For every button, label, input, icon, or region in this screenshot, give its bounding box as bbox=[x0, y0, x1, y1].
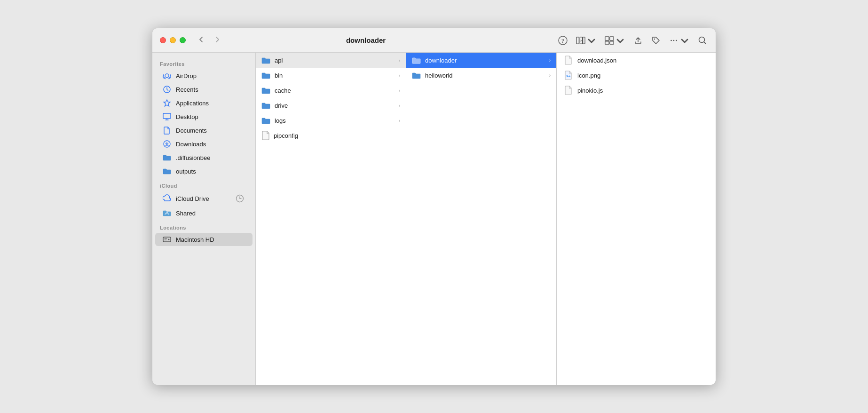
close-button[interactable] bbox=[160, 37, 166, 43]
sidebar-item-desktop[interactable]: Desktop bbox=[155, 110, 253, 123]
icloud-drive-badge bbox=[235, 193, 245, 204]
chevron-cache: › bbox=[399, 88, 400, 93]
grid-view-button[interactable] bbox=[604, 35, 626, 46]
svg-text:?: ? bbox=[561, 38, 564, 44]
col-item-drive-name: drive bbox=[275, 102, 395, 109]
col-item-pipconfig-name: pipconfig bbox=[274, 132, 400, 139]
svg-rect-7 bbox=[605, 41, 609, 44]
desktop-icon bbox=[163, 112, 171, 121]
col-item-api[interactable]: api › bbox=[256, 53, 406, 68]
svg-point-12 bbox=[676, 40, 677, 41]
svg-rect-2 bbox=[576, 37, 579, 44]
view-toggle-button[interactable] bbox=[575, 35, 597, 46]
file-icon-download-json bbox=[564, 56, 573, 65]
recents-icon bbox=[163, 85, 171, 94]
sidebar-item-outputs-label: outputs bbox=[176, 168, 196, 175]
sidebar-item-outputs[interactable]: outputs bbox=[155, 165, 253, 178]
sidebar-item-downloads[interactable]: Downloads bbox=[155, 137, 253, 151]
column-2: downloader › helloworld › bbox=[406, 53, 557, 385]
chevron-logs: › bbox=[399, 118, 400, 123]
column-view: api › bin › cache › bbox=[256, 53, 716, 385]
icloud-drive-icon bbox=[163, 194, 171, 203]
share-button[interactable] bbox=[632, 35, 644, 46]
col-item-logs-name: logs bbox=[275, 117, 395, 124]
locations-label: Locations bbox=[152, 220, 255, 232]
sidebar-item-recents[interactable]: Recents bbox=[155, 83, 253, 96]
col-item-pinokio-js[interactable]: pinokio.js bbox=[557, 83, 716, 98]
folder-icon-cache bbox=[261, 86, 271, 95]
col-item-downloader-name: downloader bbox=[425, 57, 545, 64]
help-button[interactable]: ? bbox=[557, 35, 568, 46]
col-item-helloworld[interactable]: helloworld › bbox=[406, 68, 556, 83]
chevron-api: › bbox=[399, 58, 400, 63]
shared-icon bbox=[163, 209, 171, 217]
col-item-drive[interactable]: drive › bbox=[256, 98, 406, 113]
file-icon-icon-png bbox=[564, 71, 573, 80]
sidebar-item-shared[interactable]: Shared bbox=[155, 206, 253, 220]
svg-rect-5 bbox=[605, 36, 609, 40]
chevron-downloader: › bbox=[549, 58, 551, 63]
folder-icon-api bbox=[261, 56, 271, 65]
column-3: download.json icon.png bbox=[557, 53, 716, 385]
col-item-download-json[interactable]: download.json bbox=[557, 53, 716, 68]
outputs-folder-icon bbox=[163, 167, 171, 175]
toolbar-right: ? bbox=[557, 35, 708, 46]
sidebar-item-recents-label: Recents bbox=[176, 86, 198, 93]
sidebar-item-diffusionbee-label: .diffusionbee bbox=[176, 154, 211, 161]
sidebar-item-macintosh-hd-label: Macintosh HD bbox=[176, 236, 214, 243]
svg-rect-6 bbox=[610, 36, 614, 40]
folder-icon-helloworld bbox=[412, 71, 421, 80]
svg-point-14 bbox=[165, 74, 169, 78]
applications-icon bbox=[163, 99, 171, 107]
sidebar-item-diffusionbee[interactable]: .diffusionbee bbox=[155, 151, 253, 164]
col-item-download-json-name: download.json bbox=[577, 57, 616, 64]
titlebar: downloader ? bbox=[152, 28, 716, 53]
sidebar-item-documents[interactable]: Documents bbox=[155, 124, 253, 137]
sidebar-item-icloud-drive[interactable]: iCloud Drive bbox=[155, 191, 253, 206]
col-item-cache[interactable]: cache › bbox=[256, 83, 406, 98]
sidebar: Favorites AirDrop bbox=[152, 53, 256, 385]
downloads-icon bbox=[163, 140, 171, 148]
chevron-helloworld: › bbox=[549, 73, 551, 78]
col-item-api-name: api bbox=[275, 57, 395, 64]
airdrop-icon bbox=[163, 71, 171, 80]
folder-icon-downloader bbox=[412, 56, 421, 65]
sidebar-item-applications-label: Applications bbox=[176, 100, 209, 107]
svg-rect-16 bbox=[163, 113, 171, 119]
col-item-downloader[interactable]: downloader › bbox=[406, 53, 556, 68]
col-item-bin[interactable]: bin › bbox=[256, 68, 406, 83]
svg-point-23 bbox=[168, 239, 170, 240]
col-item-icon-png-name: icon.png bbox=[577, 72, 600, 79]
window-title: downloader bbox=[174, 36, 557, 44]
more-button[interactable] bbox=[668, 35, 690, 46]
documents-icon bbox=[163, 126, 171, 135]
col-item-cache-name: cache bbox=[275, 87, 395, 94]
diffusionbee-folder-icon bbox=[163, 153, 171, 162]
col-item-logs[interactable]: logs › bbox=[256, 113, 406, 128]
col-item-icon-png[interactable]: icon.png bbox=[557, 68, 716, 83]
column-1: api › bin › cache › bbox=[256, 53, 406, 385]
search-button[interactable] bbox=[697, 35, 708, 46]
finder-window: downloader ? bbox=[152, 28, 716, 385]
svg-point-11 bbox=[673, 40, 675, 41]
tag-button[interactable] bbox=[650, 35, 662, 46]
icloud-label: iCloud bbox=[152, 178, 255, 191]
sidebar-item-applications[interactable]: Applications bbox=[155, 96, 253, 110]
svg-rect-22 bbox=[163, 237, 171, 242]
col-item-bin-name: bin bbox=[275, 72, 395, 79]
file-icon-pinokio-js bbox=[564, 86, 573, 95]
svg-point-9 bbox=[654, 38, 655, 39]
svg-rect-4 bbox=[583, 37, 585, 44]
main-area: Favorites AirDrop bbox=[152, 53, 716, 385]
chevron-drive: › bbox=[399, 103, 400, 108]
sidebar-item-airdrop[interactable]: AirDrop bbox=[155, 69, 253, 82]
sidebar-item-macintosh-hd[interactable]: Macintosh HD bbox=[155, 233, 253, 246]
svg-rect-8 bbox=[610, 41, 614, 44]
chevron-bin: › bbox=[399, 73, 400, 78]
sidebar-item-icloud-drive-label: iCloud Drive bbox=[176, 195, 209, 202]
sidebar-item-airdrop-label: AirDrop bbox=[176, 72, 197, 79]
col-item-pipconfig[interactable]: pipconfig bbox=[256, 128, 406, 143]
svg-point-10 bbox=[671, 40, 672, 41]
disk-icon bbox=[163, 235, 171, 244]
folder-icon-drive bbox=[261, 101, 271, 110]
